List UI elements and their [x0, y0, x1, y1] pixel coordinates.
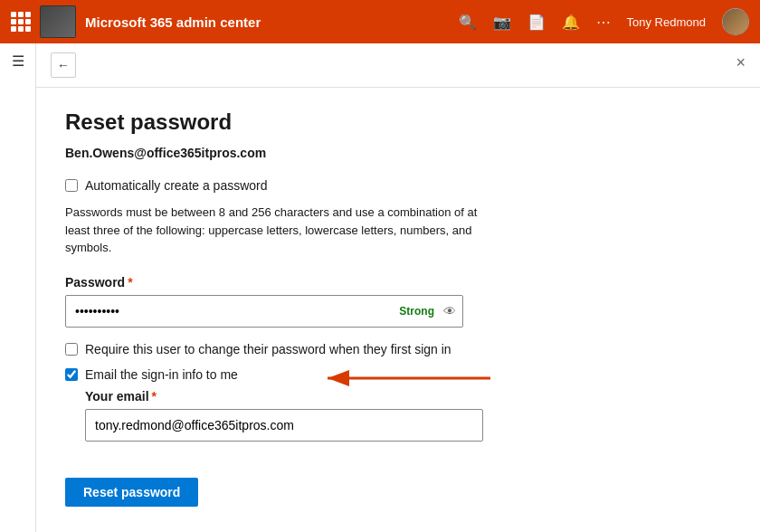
user-email: Ben.Owens@office365itpros.com [65, 146, 731, 160]
auto-password-checkbox[interactable] [65, 179, 78, 192]
file-icon[interactable]: 📄 [527, 14, 546, 31]
sidebar: ☰ [0, 43, 36, 532]
password-info-text: Passwords must be between 8 and 256 char… [65, 204, 490, 257]
sidebar-toggle[interactable]: ☰ [12, 52, 24, 70]
password-input-wrapper: Strong 👁 [65, 295, 463, 328]
reset-password-button[interactable]: Reset password [65, 478, 198, 507]
require-change-checkbox[interactable] [65, 343, 78, 356]
app-logo [40, 5, 76, 38]
more-icon[interactable]: ⋯ [596, 14, 611, 31]
content-area: ← × Reset password Ben.Owens@office365it… [36, 43, 760, 532]
app-title: Microsoft 365 admin center [85, 14, 450, 30]
panel-title: Reset password [65, 109, 731, 135]
your-email-required-star: * [152, 389, 157, 404]
auto-password-row: Automatically create a password [65, 178, 731, 193]
show-password-icon[interactable]: 👁 [443, 304, 456, 318]
auto-password-label[interactable]: Automatically create a password [85, 178, 268, 193]
topbar: Microsoft 365 admin center 🔍 📷 📄 🔔 ⋯ Ton… [0, 0, 760, 43]
panel-header: ← × [36, 43, 760, 88]
close-button[interactable]: × [736, 54, 746, 71]
back-button[interactable]: ← [51, 52, 76, 78]
email-signin-label[interactable]: Email the sign-in info to me [85, 367, 238, 382]
panel-body: Reset password Ben.Owens@office365itpros… [36, 88, 760, 529]
require-change-row: Require this user to change their passwo… [65, 342, 731, 356]
password-field-label: Password* [65, 275, 731, 290]
your-email-input[interactable] [85, 409, 483, 442]
require-change-label[interactable]: Require this user to change their passwo… [85, 342, 451, 356]
topbar-actions: 🔍 📷 📄 🔔 ⋯ Tony Redmond [459, 8, 749, 35]
username-label: Tony Redmond [627, 15, 706, 29]
bell-icon[interactable]: 🔔 [562, 14, 580, 31]
search-icon[interactable]: 🔍 [459, 14, 477, 31]
your-email-input-wrapper [85, 409, 731, 442]
password-strength-label: Strong [399, 305, 434, 318]
avatar[interactable] [722, 8, 749, 35]
image-icon[interactable]: 📷 [493, 14, 511, 31]
app-launcher-button[interactable] [11, 12, 31, 32]
your-email-field-label: Your email* [85, 389, 731, 404]
main-layout: ☰ ← × Reset password Ben.Owens@office365… [0, 43, 760, 532]
annotation-arrow [318, 366, 499, 391]
password-required-star: * [128, 275, 132, 290]
email-signin-row: Email the sign-in info to me [65, 367, 238, 382]
email-signin-checkbox[interactable] [65, 368, 78, 381]
